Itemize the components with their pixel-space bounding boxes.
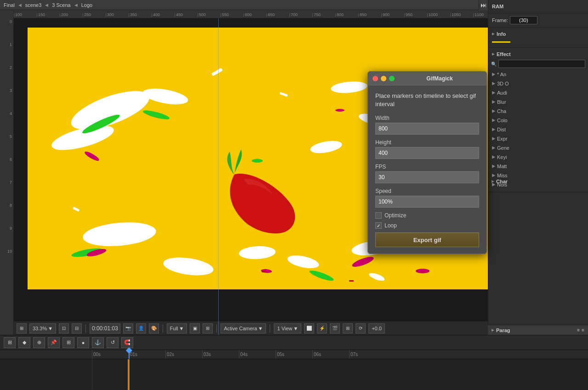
transform-btn[interactable]: ⟳: [356, 323, 366, 333]
ruler-mark: 300: [106, 13, 129, 17]
tab-final[interactable]: Final: [4, 2, 15, 8]
effect-distort[interactable]: Dist: [488, 125, 588, 134]
effects-section: Effect 🔍 * An 3D O Audi Blur: [488, 48, 588, 192]
info-header[interactable]: Info: [488, 29, 588, 39]
effect-matte[interactable]: Matt: [488, 162, 588, 171]
zoom-control[interactable]: 33.3% ▼: [29, 323, 56, 333]
svg-rect-34: [262, 271, 266, 272]
align-left-icon[interactable]: ≡: [577, 328, 580, 333]
info-content: [488, 39, 588, 45]
effect-expr[interactable]: Expr: [488, 134, 588, 143]
optimize-checkbox[interactable]: [375, 212, 382, 219]
tl-mark-2: 02s: [165, 350, 202, 359]
effect-channel[interactable]: Cha: [488, 107, 588, 116]
align-icon2[interactable]: ≡: [582, 328, 584, 333]
tab-scene3[interactable]: scene3: [25, 2, 41, 8]
frame-input[interactable]: [510, 16, 537, 24]
viewport-expand-btn[interactable]: ⊞: [17, 323, 27, 333]
ruler-mark: 850: [358, 13, 381, 17]
paragraph-section[interactable]: Parag ≡ ≡: [488, 325, 588, 335]
cache-btn[interactable]: ⚡: [317, 323, 327, 333]
ruler-mark: 200: [60, 13, 83, 17]
tab-3scena[interactable]: 3 Scena: [52, 2, 70, 8]
camera-select[interactable]: Active Camera ▼: [220, 323, 266, 333]
effects-header[interactable]: Effect: [488, 50, 588, 59]
vertical-ruler: 0 1 2 3 4 5 6 7 8 9 10: [0, 10, 14, 335]
effect-generate[interactable]: Gene: [488, 143, 588, 153]
height-field: Height: [375, 139, 479, 159]
ruler-mark: 800: [335, 13, 358, 17]
ruler-mark: 100: [14, 13, 37, 17]
sync-btn[interactable]: ⊞: [343, 323, 353, 333]
dialog-maximize-btn[interactable]: [389, 76, 395, 81]
dialog-minimize-btn[interactable]: [381, 76, 386, 81]
tab-logo[interactable]: Logo: [81, 2, 92, 8]
width-field: Width: [375, 115, 479, 135]
effect-blur[interactable]: Blur: [488, 97, 588, 107]
fps-field: FPS: [375, 164, 479, 183]
tl-keyframe-btn[interactable]: ◆: [18, 337, 30, 348]
fps-input[interactable]: [375, 171, 479, 183]
tl-sphere-btn[interactable]: ●: [77, 337, 89, 348]
tl-magnet-btn[interactable]: 🧲: [121, 337, 133, 348]
scene-btn[interactable]: 🎬: [330, 323, 340, 333]
svg-rect-35: [349, 280, 354, 282]
tl-anchor-btn[interactable]: ⚓: [92, 337, 104, 348]
effect-color[interactable]: Colo: [488, 116, 588, 125]
alpha-btn[interactable]: ▣: [190, 323, 200, 333]
dialog-title-bar[interactable]: GifMagick: [368, 72, 486, 85]
ruler-mark: 900: [381, 13, 404, 17]
expand-icon: [492, 100, 495, 104]
frame-fit-btn[interactable]: ⊡: [59, 323, 69, 333]
top-end-button[interactable]: ⏭: [479, 0, 488, 10]
loop-checkbox[interactable]: [375, 222, 382, 229]
dialog-close-btn[interactable]: [373, 76, 378, 81]
ruler-mark: 1050: [450, 13, 473, 17]
overlay-btn[interactable]: ⊞: [203, 323, 213, 333]
expand-icon: [492, 119, 495, 122]
effect-anim[interactable]: * An: [488, 70, 588, 79]
timeline-ruler: 00s 01s 02s 03s 04s 05s 06s 07s: [0, 350, 588, 359]
width-input[interactable]: [375, 123, 479, 135]
tl-rotate-btn[interactable]: ↺: [107, 337, 119, 348]
render-btn[interactable]: ⬜: [304, 323, 314, 333]
effect-audio[interactable]: Audi: [488, 88, 588, 97]
loop-label: Loop: [384, 222, 397, 229]
timeline-tracks[interactable]: [0, 359, 588, 390]
speed-input[interactable]: [375, 196, 479, 208]
user-btn[interactable]: 👤: [136, 323, 146, 333]
viewport-toolbar: ⊞ 33.3% ▼ ⊡ ⊟ 0:00:01:03 📷 👤 🎨 Full ▼ ▣ …: [14, 321, 488, 335]
export-gif-button[interactable]: Export gif: [375, 232, 479, 247]
tl-play-btn[interactable]: ⊞: [4, 337, 16, 348]
camera-btn[interactable]: 📷: [123, 323, 133, 333]
sep3: [216, 324, 217, 333]
effect-keying[interactable]: Keyi: [488, 153, 588, 162]
svg-point-21: [252, 159, 263, 163]
optimize-row: Optimize: [375, 212, 479, 219]
timeline: ⊞ ◆ ⊕ 📌 ⊞ ● ⚓ ↺ 🧲 00s 01s 02s 03s 04s 05…: [0, 335, 588, 390]
view-select[interactable]: 1 View ▼: [274, 323, 301, 333]
frame-row: Frame:: [488, 15, 588, 25]
dialog-body: Place markers on timeline to select gif …: [368, 85, 486, 254]
effects-search-input[interactable]: [498, 60, 585, 68]
arrow-1: ◀: [18, 3, 22, 7]
height-label: Height: [375, 139, 479, 146]
tl-mark-0: 00s: [92, 350, 129, 359]
tl-pin-btn[interactable]: 📌: [48, 337, 60, 348]
safe-zone-btn[interactable]: ⊟: [72, 323, 82, 333]
char-header[interactable]: Char: [488, 177, 588, 186]
frame-section: Frame:: [488, 13, 588, 28]
effect-3d[interactable]: 3D O: [488, 79, 588, 88]
tl-grid-btn[interactable]: ⊞: [62, 337, 74, 348]
quality-dropdown[interactable]: Full ▼: [167, 323, 187, 333]
zoom-value[interactable]: 33.3% ▼: [29, 323, 56, 333]
offset-display[interactable]: +0.0: [368, 323, 385, 333]
color-btn[interactable]: 🎨: [149, 323, 159, 333]
timecode-display: 0:00:01:03: [90, 323, 120, 333]
height-input[interactable]: [375, 147, 479, 159]
char-section: Char: [488, 177, 588, 186]
sep1: [85, 324, 86, 333]
expand-icon: [492, 164, 495, 168]
ruler-mark: 600: [243, 13, 266, 17]
tl-obj-btn[interactable]: ⊕: [33, 337, 45, 348]
